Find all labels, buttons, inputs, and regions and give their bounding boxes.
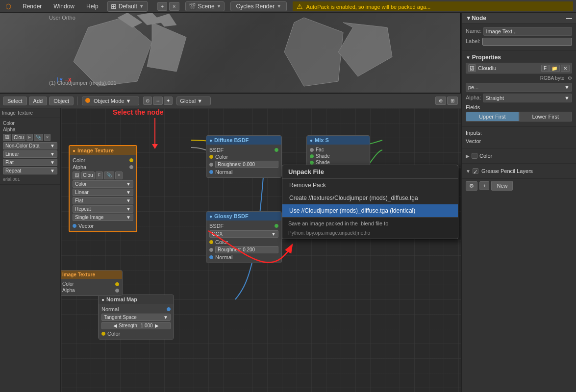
rp-tool-2[interactable]: +: [479, 181, 489, 190]
rp-f-btn[interactable]: F: [541, 65, 549, 72]
rp-settings-icon[interactable]: ⚙: [568, 75, 572, 81]
ggx-dropdown-row: GGX▼: [209, 230, 278, 238]
linear-dropdown[interactable]: Linear▼: [73, 189, 133, 196]
f-btn[interactable]: F: [96, 172, 103, 179]
engine-selector[interactable]: Cycles Render ▼: [230, 1, 287, 11]
workspace-selector[interactable]: ⊞ Default ▼: [107, 1, 148, 12]
lp-color: Color: [3, 120, 57, 126]
mix-fac: Fac: [310, 147, 367, 153]
socket-gcolor-in: [209, 240, 213, 244]
rp-inputs-label: Inputs:: [466, 130, 572, 136]
socket-grough-in: [209, 248, 213, 252]
rp-new-btn[interactable]: New: [491, 181, 513, 191]
workspace-label: Default: [119, 3, 137, 10]
single-image-dropdown-row: Single Image▼: [73, 214, 133, 221]
lp-noncolor-dropdown[interactable]: Non-Color Data▼: [3, 142, 57, 149]
color-dropdown[interactable]: Color▼: [73, 180, 133, 188]
select-btn[interactable]: Select: [3, 97, 27, 105]
rp-fields-btns: Upper First Lower First: [466, 112, 572, 122]
mode-dropdown[interactable]: Object Mode ▼: [82, 97, 139, 105]
flat-dropdown[interactable]: Flat▼: [73, 197, 133, 204]
ctx-item-remove[interactable]: Remove Pack: [282, 179, 458, 192]
rp-browse-btn[interactable]: 📁: [549, 65, 560, 72]
roughness-field[interactable]: Roughnes: 0.000: [215, 161, 278, 168]
ctx-item-use[interactable]: Use //Cloudjumper (mods)_diffuse.tga (id…: [282, 204, 458, 217]
rp-collapse-btn[interactable]: —: [566, 15, 572, 22]
add-btn[interactable]: Add: [29, 97, 48, 105]
lp-erial: erial.001: [3, 176, 57, 182]
image-texture-node-main[interactable]: ● Image Texture Color Alpha 🖼 Clou F 📎: [69, 145, 137, 232]
image-texture-node-small[interactable]: Image Texture Color Alpha: [61, 270, 123, 296]
rp-name-label: Name:: [466, 28, 481, 34]
rp-properties-section: ▼ Properties 🖼 Cloudiu F 📁 ✕ RGBA byte ⚙…: [462, 51, 576, 127]
node-img-btn[interactable]: 🖼: [73, 172, 80, 179]
close-btn[interactable]: ×: [115, 172, 123, 179]
ctx-item-create[interactable]: Create //textures/Cloudjumper (mods)_dif…: [282, 192, 458, 204]
right-panel: ▼ Node — Name: Image Text... Label: ▼ Pr…: [461, 13, 576, 392]
toolbar-icon-1[interactable]: ⊕: [435, 97, 446, 105]
pivot-icon-1[interactable]: ⊙: [143, 97, 152, 105]
image-texture-body: Color Alpha 🖼 Clou F 📎 × Color: [70, 155, 136, 231]
socket-nm-color: [101, 332, 105, 336]
grease-check[interactable]: ✓: [473, 168, 478, 174]
node-mini-btns: 🖼 Clou F 📎 ×: [73, 172, 133, 179]
rp-pe-dropdown[interactable]: pe...▼: [466, 83, 572, 92]
glossy-input-normal: Normal: [209, 254, 278, 261]
object-btn[interactable]: Object: [49, 97, 74, 105]
lp-repeat-dropdown[interactable]: Repeat▼: [3, 167, 57, 174]
linear-dropdown-row: Linear▼: [73, 189, 133, 196]
rp-img-selector: 🖼 Cloudiu F 📁 ✕: [466, 63, 572, 74]
snap-icon[interactable]: ✦: [164, 97, 173, 105]
lp-img-btn[interactable]: 🖼: [3, 134, 11, 141]
viewport-area: │Y ─X User Ortho (1) Cloudjumper (mods).…: [0, 13, 461, 94]
strength-field[interactable]: ◀ Strength: 1.000 ▶: [101, 322, 171, 329]
lp-pin-btn[interactable]: 📎: [34, 134, 43, 141]
rp-tool-1[interactable]: ⚙: [466, 181, 477, 191]
img-tex-small-header: Image Texture: [61, 270, 122, 279]
repeat-dropdown[interactable]: Repeat▼: [73, 205, 133, 213]
rp-label-field: Label:: [466, 38, 572, 46]
rp-alpha-row: Alpha: Straight▼: [466, 94, 572, 102]
remove-workspace-btn[interactable]: ×: [169, 2, 179, 11]
lower-first-btn[interactable]: Lower First: [519, 112, 573, 122]
tangent-dropdown[interactable]: Tangent Space▼: [101, 314, 171, 321]
pin-btn[interactable]: 📎: [104, 172, 114, 179]
rp-alpha-dropdown[interactable]: Straight▼: [483, 94, 572, 102]
rp-name-input[interactable]: Image Text...: [483, 27, 572, 36]
color-dot: [472, 153, 477, 159]
socket-shade1: [310, 154, 314, 158]
upper-first-btn[interactable]: Upper First: [466, 112, 519, 122]
glossy-roughness-field[interactable]: Roughnes: 0.200: [215, 246, 278, 253]
rp-label-label: Label:: [466, 38, 480, 44]
diffuse-bsdf-node[interactable]: ● Diffuse BSDF BSDF Color Roughnes: 0.00…: [206, 135, 282, 178]
glossy-header: ● Glossy BSDF: [206, 212, 281, 220]
menu-window[interactable]: Window: [50, 2, 77, 11]
lp-flat-dropdown[interactable]: Flat▼: [3, 159, 57, 166]
menu-help[interactable]: Help: [83, 2, 101, 11]
rp-unlink-btn[interactable]: ✕: [561, 65, 570, 72]
rp-label-input[interactable]: [482, 38, 572, 46]
single-image-dropdown[interactable]: Single Image▼: [73, 214, 133, 221]
glossy-input-rough: Roughnes: 0.200: [209, 245, 278, 254]
triangle-prop-icon: ▼: [466, 55, 472, 60]
rp-grease-expander[interactable]: ▼ ✓ Grease Pencil Layers: [466, 167, 572, 175]
glossy-input-color: Color: [209, 239, 278, 245]
lp-f-btn[interactable]: F: [26, 134, 33, 141]
menu-render[interactable]: Render: [20, 2, 45, 11]
image-texture-header: ● Image Texture: [70, 146, 136, 155]
normalmap-body: Normal Tangent Space▼ ◀ Strength: 1.000 …: [99, 304, 174, 339]
scene-icon: 🎬: [189, 3, 196, 10]
pivot-dropdown[interactable]: Global ▼: [176, 97, 211, 105]
scene-selector[interactable]: 🎬 Scene ▼: [185, 1, 225, 11]
rp-color-expander[interactable]: ▶ Color: [466, 151, 572, 160]
toolbar-icon-2[interactable]: ⊞: [447, 97, 458, 105]
pivot-icon-2[interactable]: ↔: [153, 97, 163, 105]
ggx-dropdown[interactable]: GGX▼: [209, 230, 278, 238]
normal-map-node[interactable]: ● Normal Map Normal Tangent Space▼ ◀ Str…: [98, 294, 174, 340]
glossy-bsdf-node[interactable]: ● Glossy BSDF BSDF GGX▼ Color: [206, 211, 282, 263]
lp-x-btn[interactable]: ×: [44, 134, 50, 141]
lp-linear-dropdown[interactable]: Linear▼: [3, 150, 57, 158]
mix-shader-node[interactable]: ● Mix S Fac Shade Shade: [306, 135, 370, 168]
add-workspace-btn[interactable]: +: [157, 2, 167, 11]
triangle-color-icon: ▶: [466, 153, 470, 159]
